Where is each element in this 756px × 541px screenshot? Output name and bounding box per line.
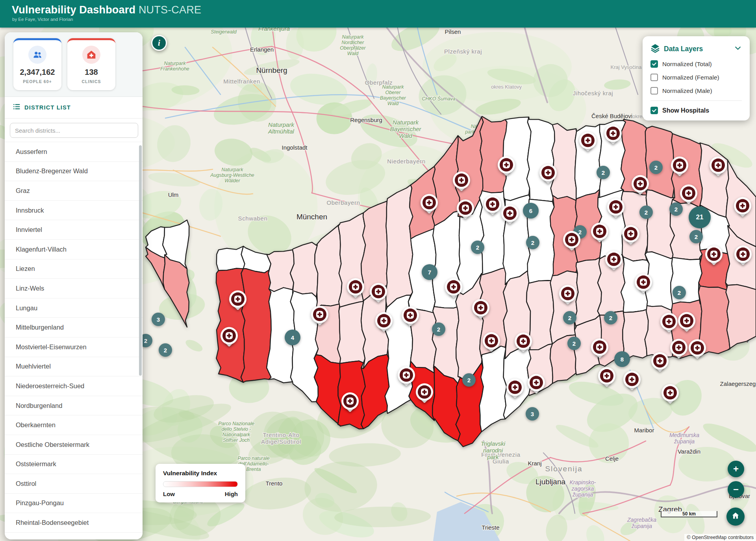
hospital-pin[interactable] [680,185,697,207]
district-polygon[interactable] [527,117,555,204]
district-list-item[interactable]: Oststeiermark [5,455,143,474]
hospital-pin[interactable] [472,299,489,321]
cluster-marker[interactable]: 2 [604,311,617,324]
district-list-item[interactable]: Nordburgenland [5,396,143,416]
district-polygon[interactable] [217,246,245,271]
hospital-pin[interactable] [605,251,623,273]
osm-link[interactable]: OpenStreetMap [692,535,726,540]
hospital-pin[interactable] [623,371,641,393]
cluster-marker[interactable]: 6 [523,203,539,219]
district-list-item[interactable]: Salzburg und Umgebung [5,533,143,539]
layer-option[interactable]: Normalized (Male) [650,87,742,94]
hospital-pin[interactable] [416,384,433,406]
district-list-item[interactable]: Innviertel [5,220,143,240]
district-list-item[interactable]: Graz [5,181,143,201]
hospital-pin[interactable] [622,225,639,247]
hospital-pin[interactable] [370,283,387,305]
cluster-marker[interactable]: 3 [152,313,165,326]
hospital-pin[interactable] [689,339,706,361]
hospital-pin[interactable] [651,352,669,374]
district-list-item[interactable]: Mittelburgenland [5,318,143,337]
hospital-pin[interactable] [734,246,752,268]
hospital-pin[interactable] [734,197,751,219]
checkbox-unchecked[interactable] [650,74,658,81]
hospital-pin[interactable] [632,175,649,197]
checkbox-unchecked[interactable] [650,87,658,94]
district-polygon[interactable] [337,301,365,363]
district-list-item[interactable]: Innsbruck [5,201,143,220]
layer-option[interactable]: Normalized (Female) [650,74,742,81]
home-button[interactable] [726,508,745,526]
cluster-marker[interactable]: 2 [159,343,172,357]
cluster-marker[interactable]: 2 [597,166,610,179]
zoom-out-button[interactable]: − [728,481,744,498]
district-polygon[interactable] [480,346,507,432]
hospital-pin[interactable] [660,313,678,335]
hospital-pin[interactable] [671,157,688,179]
hospital-pin[interactable] [591,223,608,245]
cluster-marker[interactable]: 7 [422,264,437,280]
district-list-item[interactable]: Osttirol [5,474,143,494]
checkbox-checked-icon[interactable] [650,60,658,68]
hospital-pin[interactable] [453,172,470,194]
cluster-marker[interactable]: 2 [471,241,484,254]
hospital-pin[interactable] [347,278,364,300]
district-list-item[interactable]: Linz-Wels [5,279,143,298]
hospital-pin[interactable] [402,307,419,329]
hospital-pin[interactable] [607,198,624,220]
cluster-marker[interactable]: 2 [673,286,686,299]
district-list-item[interactable]: Muehlviertel [5,357,143,377]
district-polygon[interactable] [551,124,577,200]
hospital-pin[interactable] [528,374,545,396]
zoom-in-button[interactable]: + [728,461,744,477]
hospital-pin[interactable] [457,200,474,222]
cluster-marker[interactable]: 2 [689,230,703,243]
hospital-pin[interactable] [591,339,608,361]
hospital-pin[interactable] [375,312,393,334]
search-input[interactable] [10,123,138,138]
district-list-item[interactable]: Niederoesterreich-Sued [5,376,143,396]
hospital-pin[interactable] [220,327,238,349]
district-list-item[interactable]: Klagenfurt-Villach [5,240,143,259]
district-polygon[interactable] [290,242,318,297]
hospital-pin[interactable] [678,312,695,334]
checkbox-checked-icon[interactable] [650,107,658,114]
hospital-pin[interactable] [598,367,615,389]
hospital-pin[interactable] [539,164,557,186]
district-list-item[interactable]: Ausserfern [5,142,143,162]
district-list-item[interactable]: Pinzgau-Pongau [5,494,143,513]
hospital-pin[interactable] [705,246,723,268]
hospital-pin[interactable] [398,367,415,389]
cluster-marker[interactable]: 21 [689,206,711,228]
district-polygon[interactable] [267,250,294,292]
cluster-marker[interactable]: 2 [567,337,581,350]
cluster-marker[interactable]: 2 [526,236,539,249]
hospital-pin[interactable] [484,196,501,218]
hospital-pin[interactable] [563,231,580,253]
cluster-marker[interactable]: 2 [432,322,445,336]
district-list-item[interactable]: Mostviertel-Eisenwurzen [5,337,143,357]
hospital-pin[interactable] [229,291,246,313]
hospital-pin[interactable] [483,332,500,354]
hospital-pin[interactable] [445,278,462,300]
hospital-pin[interactable] [341,393,359,415]
hospital-pin[interactable] [498,156,515,178]
hospital-pin[interactable] [579,132,597,154]
info-button[interactable]: i [151,35,167,51]
district-list-item[interactable]: Lungau [5,298,143,318]
district-list[interactable]: AusserfernBludenz-Bregenzer WaldGrazInns… [5,142,143,539]
district-list-item[interactable]: Bludenz-Bregenzer Wald [5,162,143,182]
hospital-pin[interactable] [501,205,519,227]
hospital-pin[interactable] [559,285,576,307]
chevron-down-icon[interactable] [734,44,742,54]
layer-option[interactable]: Normalized (Total) [650,60,742,68]
cluster-marker[interactable]: 2 [563,311,576,324]
hospital-pin[interactable] [662,384,679,406]
district-polygon[interactable] [216,269,245,383]
hospital-pin[interactable] [506,379,524,401]
district-list-item[interactable]: Oestliche Obersteiermark [5,435,143,455]
district-polygon[interactable] [550,271,578,344]
district-list-item[interactable]: Liezen [5,259,143,279]
cluster-marker[interactable]: 4 [285,330,300,345]
district-list-item[interactable]: Rheintal-Bodenseegebiet [5,513,143,533]
